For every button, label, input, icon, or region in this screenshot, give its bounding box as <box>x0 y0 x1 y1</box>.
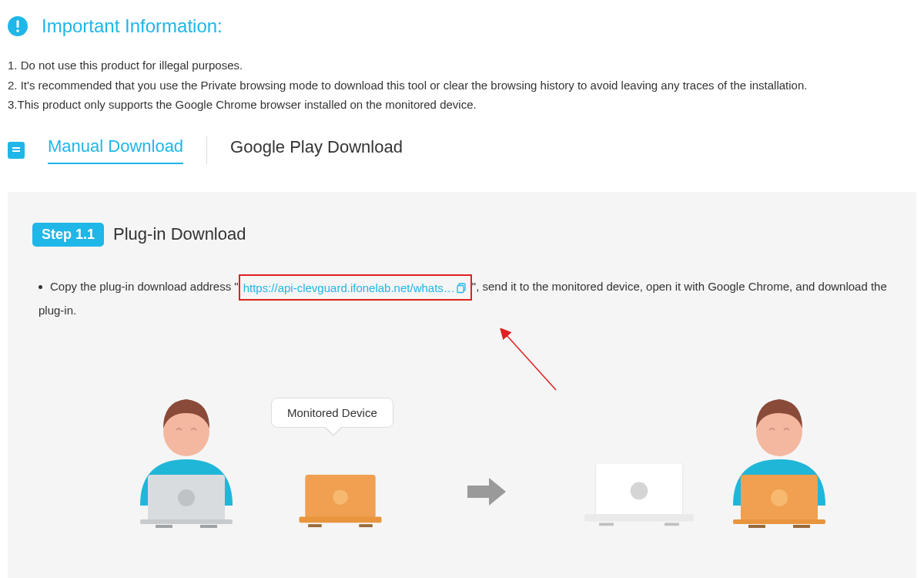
svg-rect-30 <box>793 525 810 528</box>
info-item: 2. It's recommended that you use the Pri… <box>8 76 916 96</box>
svg-point-25 <box>772 401 787 413</box>
svg-rect-3 <box>12 150 20 152</box>
monitored-device-bubble: Monitored Device <box>271 398 393 428</box>
info-header: Important Information: <box>8 15 916 37</box>
orange-device-left-icon <box>298 475 383 529</box>
svg-rect-2 <box>12 147 20 149</box>
svg-rect-27 <box>733 519 825 524</box>
plugin-url-link[interactable]: https://api-clevguard.ifonelab.net/whats… <box>243 281 455 294</box>
svg-point-8 <box>179 401 194 413</box>
svg-point-1 <box>16 29 19 32</box>
step-text-before: Copy the plug-in download address " <box>50 280 239 293</box>
svg-rect-12 <box>156 525 172 528</box>
bullet-icon <box>38 285 42 289</box>
svg-rect-5 <box>457 285 464 292</box>
tab-manual-download[interactable]: Manual Download <box>48 136 183 164</box>
person-left-icon <box>121 390 252 536</box>
svg-rect-23 <box>665 523 679 526</box>
download-tabs: Manual Download Google Play Download <box>8 136 916 164</box>
info-title: Important Information: <box>42 15 223 37</box>
svg-rect-18 <box>359 524 373 527</box>
svg-rect-20 <box>584 514 694 521</box>
white-device-icon <box>581 463 697 529</box>
exclamation-icon <box>8 16 28 36</box>
svg-rect-10 <box>140 519 233 524</box>
svg-rect-0 <box>17 20 19 28</box>
svg-point-28 <box>771 489 788 506</box>
person-right-icon <box>714 390 845 536</box>
url-highlight-box: https://api-clevguard.ifonelab.net/whats… <box>239 274 472 301</box>
callout-arrow-icon <box>479 328 571 398</box>
step-badge: Step 1.1 <box>32 223 104 247</box>
svg-rect-17 <box>308 524 322 527</box>
step-title: Plug-in Download <box>113 224 246 244</box>
illustration: Monitored Device <box>32 328 892 560</box>
svg-point-21 <box>631 482 648 499</box>
step-header: Step 1.1 Plug-in Download <box>32 223 892 247</box>
svg-point-16 <box>333 489 347 504</box>
transfer-arrow-icon <box>467 478 506 506</box>
svg-point-11 <box>178 489 195 506</box>
info-list: 1. Do not use this product for illegal p… <box>8 55 916 115</box>
svg-rect-13 <box>200 525 217 528</box>
tab-separator <box>206 136 207 164</box>
tab-google-play-download[interactable]: Google Play Download <box>230 137 403 163</box>
svg-rect-15 <box>300 516 382 523</box>
step-instruction: Copy the plug-in download address "https… <box>32 274 892 321</box>
svg-line-6 <box>506 334 556 390</box>
info-item: 3.This product only supports the Google … <box>8 95 916 115</box>
svg-rect-29 <box>748 525 765 528</box>
step-panel: Step 1.1 Plug-in Download Copy the plug-… <box>8 192 916 579</box>
copy-icon[interactable] <box>457 283 467 294</box>
svg-rect-22 <box>599 523 614 526</box>
bookmark-icon <box>8 142 25 159</box>
info-item: 1. Do not use this product for illegal p… <box>8 55 916 76</box>
